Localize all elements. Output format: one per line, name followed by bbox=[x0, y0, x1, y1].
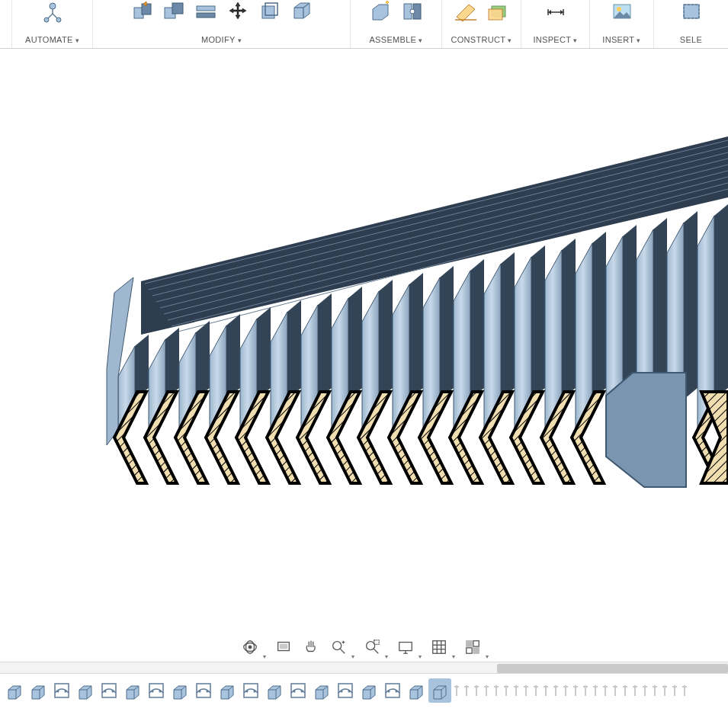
automate-group-label[interactable]: AUTOMATE bbox=[25, 33, 79, 46]
timeline-item-future[interactable] bbox=[670, 678, 679, 703]
timeline-item-future[interactable] bbox=[581, 678, 590, 703]
insert-group-label[interactable]: INSERT bbox=[602, 33, 640, 46]
select-icon[interactable] bbox=[678, 0, 704, 23]
timeline-item-future[interactable] bbox=[482, 678, 491, 703]
timeline-item-future[interactable] bbox=[611, 678, 620, 703]
combine-icon[interactable] bbox=[161, 0, 187, 23]
timeline-item[interactable] bbox=[405, 678, 428, 703]
layout-caret[interactable]: ▾ bbox=[486, 653, 489, 662]
ribbon-group-modify: MODIFY bbox=[93, 0, 351, 48]
new-component-icon[interactable] bbox=[367, 0, 393, 23]
timeline-item-future[interactable] bbox=[472, 678, 481, 703]
timeline-item-selected[interactable] bbox=[428, 678, 451, 703]
timeline-item-future[interactable] bbox=[541, 678, 550, 703]
select-group-label[interactable]: SELE bbox=[680, 33, 702, 46]
timeline-item-future[interactable] bbox=[630, 678, 640, 703]
split-icon[interactable] bbox=[193, 0, 219, 23]
timeline-item-future[interactable] bbox=[621, 678, 630, 703]
svg-line-44 bbox=[339, 649, 344, 653]
chevron-down-icon bbox=[75, 35, 79, 44]
timeline-item-future[interactable] bbox=[680, 678, 689, 703]
timeline-item-future[interactable] bbox=[462, 678, 471, 703]
timeline-item[interactable] bbox=[263, 678, 286, 703]
shell-icon[interactable] bbox=[289, 0, 315, 23]
timeline-item[interactable] bbox=[50, 678, 73, 703]
zoom-caret[interactable]: ▾ bbox=[351, 653, 354, 662]
look-at-icon[interactable] bbox=[274, 638, 293, 656]
timeline-item[interactable] bbox=[145, 678, 168, 703]
measure-icon[interactable] bbox=[543, 0, 569, 23]
orbit-icon[interactable] bbox=[240, 638, 260, 656]
svg-point-5 bbox=[56, 18, 61, 22]
timeline-item[interactable] bbox=[3, 678, 26, 703]
move-icon[interactable] bbox=[225, 0, 251, 23]
automate-label-text: AUTOMATE bbox=[25, 35, 73, 44]
timeline-item-future[interactable] bbox=[531, 678, 540, 703]
svg-rect-60 bbox=[466, 648, 471, 653]
horizontal-scrollbar[interactable] bbox=[0, 662, 728, 674]
timeline-item[interactable] bbox=[192, 678, 215, 703]
timeline-item-future[interactable] bbox=[512, 678, 521, 703]
display-caret[interactable]: ▾ bbox=[419, 653, 422, 662]
timeline-item[interactable] bbox=[287, 678, 309, 703]
viewport-canvas[interactable]: ▾ ▾ ▾ ▾ ▾ ▾ bbox=[0, 49, 728, 662]
timeline-item[interactable] bbox=[358, 678, 380, 703]
svg-rect-11 bbox=[197, 13, 215, 18]
ribbon-group-construct: CONSTRUCT bbox=[442, 0, 521, 48]
scrollbar-thumb[interactable] bbox=[497, 664, 728, 673]
timeline-item-future[interactable] bbox=[571, 678, 580, 703]
timeline-item-future[interactable] bbox=[502, 678, 511, 703]
grid-caret[interactable]: ▾ bbox=[452, 653, 455, 662]
chevron-down-icon bbox=[419, 35, 422, 44]
orbit-caret[interactable]: ▾ bbox=[263, 653, 266, 662]
timeline-item[interactable] bbox=[27, 678, 50, 703]
pan-icon[interactable] bbox=[301, 638, 321, 656]
construct-group-label[interactable]: CONSTRUCT bbox=[451, 33, 512, 46]
layout-icon[interactable] bbox=[463, 638, 483, 656]
timeline-item-future[interactable] bbox=[492, 678, 501, 703]
zoom-window-caret[interactable]: ▾ bbox=[385, 653, 388, 662]
timeline-item[interactable] bbox=[381, 678, 404, 703]
automate-icon[interactable] bbox=[40, 0, 66, 23]
timeline-item[interactable] bbox=[74, 678, 97, 703]
inspect-group-label[interactable]: INSPECT bbox=[533, 33, 577, 46]
timeline-item-future[interactable] bbox=[660, 678, 669, 703]
svg-rect-49 bbox=[374, 640, 378, 645]
timeline-item[interactable] bbox=[121, 678, 144, 703]
offset-face-icon[interactable] bbox=[257, 0, 283, 23]
timeline-item[interactable] bbox=[168, 678, 191, 703]
timeline-item[interactable] bbox=[334, 678, 357, 703]
timeline-item[interactable] bbox=[216, 678, 239, 703]
zoom-window-icon[interactable] bbox=[362, 638, 382, 656]
timeline-item-future[interactable] bbox=[591, 678, 600, 703]
grid-icon[interactable] bbox=[429, 638, 449, 656]
svg-point-67 bbox=[112, 691, 114, 693]
timeline-item[interactable] bbox=[310, 678, 333, 703]
press-pull-icon[interactable] bbox=[129, 0, 155, 23]
chevron-down-icon bbox=[238, 35, 242, 44]
assemble-label-text: ASSEMBLE bbox=[369, 35, 416, 44]
zoom-icon[interactable] bbox=[329, 638, 348, 656]
insert-image-icon[interactable] bbox=[609, 0, 635, 23]
svg-point-82 bbox=[348, 691, 351, 693]
assemble-group-label[interactable]: ASSEMBLE bbox=[369, 33, 422, 46]
svg-point-76 bbox=[254, 691, 256, 693]
plane-angle-icon[interactable] bbox=[453, 0, 479, 23]
plane-offset-icon[interactable] bbox=[485, 0, 511, 23]
timeline-item[interactable] bbox=[98, 678, 120, 703]
display-icon[interactable] bbox=[396, 638, 415, 656]
timeline-item-future[interactable] bbox=[650, 678, 659, 703]
timeline-item-future[interactable] bbox=[551, 678, 560, 703]
timeline-item-future[interactable] bbox=[452, 678, 461, 703]
navigation-bar: ▾ ▾ ▾ ▾ ▾ ▾ bbox=[0, 633, 728, 662]
svg-rect-42 bbox=[280, 644, 287, 649]
joint-icon[interactable] bbox=[399, 0, 425, 23]
timeline-item-future[interactable] bbox=[601, 678, 610, 703]
svg-point-73 bbox=[207, 691, 209, 693]
timeline-item-future[interactable] bbox=[640, 678, 649, 703]
timeline-item[interactable] bbox=[239, 678, 262, 703]
timeline-item-future[interactable] bbox=[561, 678, 570, 703]
svg-rect-12 bbox=[262, 6, 274, 18]
modify-group-label[interactable]: MODIFY bbox=[201, 33, 242, 46]
timeline-item-future[interactable] bbox=[521, 678, 531, 703]
